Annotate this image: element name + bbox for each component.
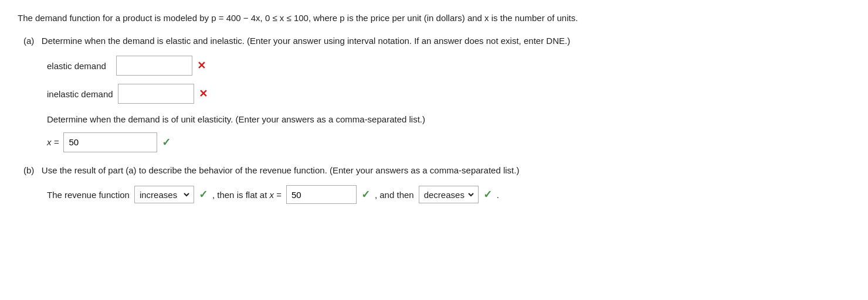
revenue-dropdown1-check-icon: ✓ <box>199 188 208 201</box>
elastic-x-icon: ✕ <box>197 60 206 71</box>
inelastic-label: inelastic demand <box>47 89 113 99</box>
revenue-and-then-text: , and then <box>375 190 414 200</box>
revenue-dropdown2-wrapper[interactable]: decreases increases is constant <box>419 186 479 203</box>
revenue-dropdown1-wrapper[interactable]: increases decreases is constant <box>134 186 194 203</box>
part-b-section: (b) Use the result of part (a) to descri… <box>23 164 850 204</box>
revenue-dropdown2-check-icon: ✓ <box>483 188 492 201</box>
part-b-letter: (b) <box>23 165 34 175</box>
inelastic-x-icon: ✕ <box>199 88 208 99</box>
unit-elasticity-text: Determine when the demand is of unit ela… <box>47 113 850 127</box>
elastic-label: elastic demand <box>47 61 111 71</box>
part-b-description: Use the result of part (a) to describe t… <box>42 165 520 175</box>
revenue-flat-check-icon: ✓ <box>361 188 370 201</box>
part-b-label: (b) Use the result of part (a) to descri… <box>23 164 850 178</box>
inelastic-input[interactable] <box>118 84 194 104</box>
part-a-description: Determine when the demand is elastic and… <box>42 36 570 46</box>
x-equals-check-icon: ✓ <box>162 136 171 149</box>
x-equals-input[interactable] <box>63 132 157 152</box>
revenue-end-period: . <box>497 190 499 200</box>
revenue-flat-text: , then is flat at x = <box>212 190 282 200</box>
revenue-flat-input[interactable] <box>286 185 357 204</box>
x-equals-row: x = ✓ <box>47 132 850 152</box>
revenue-function-row: The revenue function increases decreases… <box>47 185 850 204</box>
part-a-section: (a) Determine when the demand is elastic… <box>23 35 850 152</box>
x-equals-label: x = <box>47 137 59 147</box>
part-a-label: (a) Determine when the demand is elastic… <box>23 35 850 48</box>
unit-elasticity-section: Determine when the demand is of unit ela… <box>47 113 850 152</box>
inelastic-demand-row: inelastic demand ✕ <box>47 84 850 104</box>
elastic-input[interactable] <box>116 56 192 76</box>
revenue-dropdown2[interactable]: decreases increases is constant <box>422 186 476 203</box>
part-a-letter: (a) <box>23 36 34 46</box>
elastic-demand-row: elastic demand ✕ <box>47 56 850 76</box>
revenue-dropdown1[interactable]: increases decreases is constant <box>137 186 191 203</box>
problem-text: The demand function for a product is mod… <box>18 13 578 23</box>
revenue-prefix-label: The revenue function <box>47 190 130 200</box>
problem-container: The demand function for a product is mod… <box>18 12 850 204</box>
problem-statement: The demand function for a product is mod… <box>18 12 850 25</box>
